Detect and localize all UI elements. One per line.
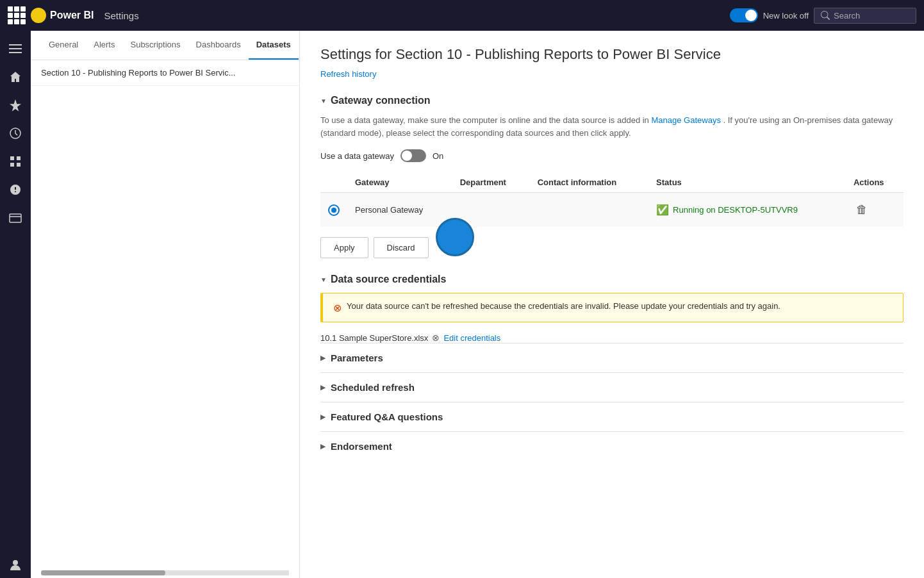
table-col-status: Status bbox=[648, 172, 846, 193]
gateway-section: ▼ Gateway connection To use a data gatew… bbox=[320, 95, 903, 258]
gateway-section-title: Gateway connection bbox=[331, 95, 431, 106]
scrollbar-thumb[interactable] bbox=[41, 570, 165, 575]
sidebar-item-favorites[interactable] bbox=[3, 92, 28, 118]
file-name: 10.1 Sample SuperStore.xlsx bbox=[320, 333, 428, 343]
page-title: Settings for Section 10 - Publishing Rep… bbox=[320, 46, 903, 63]
layout: General Alerts Subscriptions Dashboards … bbox=[0, 31, 924, 578]
discard-button[interactable]: Discard bbox=[374, 237, 429, 258]
svg-rect-8 bbox=[17, 163, 21, 167]
table-row: Personal Gateway ✅ Running on DESKTOP-5U… bbox=[320, 193, 903, 227]
tab-subscriptions[interactable]: Subscriptions bbox=[122, 31, 188, 60]
data-source-section: ▼ Data source credentials ⊗ Your data so… bbox=[320, 274, 903, 343]
table-col-contact: Contact information bbox=[530, 172, 648, 193]
svg-rect-1 bbox=[9, 44, 22, 45]
svg-rect-2 bbox=[9, 48, 22, 49]
gateway-use-toggle[interactable] bbox=[400, 149, 426, 162]
status-text: Running on DESKTOP-5UTVVR9 bbox=[673, 205, 798, 215]
svg-point-0 bbox=[35, 12, 42, 19]
apply-button[interactable]: Apply bbox=[320, 237, 368, 258]
featured-qa-title: Featured Q&A questions bbox=[331, 411, 443, 422]
app-logo: Power BI bbox=[31, 8, 94, 23]
page-name: Settings bbox=[104, 10, 138, 21]
tab-dashboards[interactable]: Dashboards bbox=[188, 31, 249, 60]
parameters-section-title: Parameters bbox=[331, 352, 383, 363]
edit-credentials-link[interactable]: Edit credentials bbox=[443, 333, 500, 343]
table-col-department: Department bbox=[452, 172, 530, 193]
table-col-actions: Actions bbox=[846, 172, 903, 193]
sidebar-item-home[interactable] bbox=[3, 64, 28, 90]
refresh-history-link[interactable]: Refresh history bbox=[320, 69, 376, 79]
svg-rect-3 bbox=[9, 52, 22, 53]
logo-icon bbox=[31, 8, 46, 23]
endorsement-title: Endorsement bbox=[331, 441, 392, 452]
endorsement-section: ▶ Endorsement bbox=[320, 431, 903, 461]
table-cell-contact bbox=[530, 193, 648, 227]
table-cell-status: ✅ Running on DESKTOP-5UTVVR9 bbox=[648, 193, 846, 227]
gateway-toggle-knob bbox=[402, 151, 412, 161]
gateway-chevron-icon: ▼ bbox=[320, 97, 327, 104]
sidebar-item-learn[interactable] bbox=[3, 177, 28, 202]
svg-rect-6 bbox=[17, 156, 21, 160]
close-file-icon[interactable]: ⊗ bbox=[432, 333, 440, 343]
endorsement-header[interactable]: ▶ Endorsement bbox=[320, 441, 903, 452]
list-item[interactable]: Section 10 - Publishing Reports to Power… bbox=[31, 60, 299, 86]
featured-qa-header[interactable]: ▶ Featured Q&A questions bbox=[320, 411, 903, 422]
manage-gateways-link[interactable]: Manage Gateways bbox=[651, 115, 720, 125]
svg-rect-9 bbox=[10, 214, 21, 222]
table-cell-department bbox=[452, 193, 530, 227]
sidebar-item-profile[interactable] bbox=[3, 552, 28, 578]
delete-gateway-button[interactable]: 🗑 bbox=[854, 201, 870, 219]
table-cell-radio[interactable] bbox=[320, 193, 347, 227]
search-placeholder: Search bbox=[834, 11, 860, 21]
data-source-chevron-icon: ▼ bbox=[320, 276, 327, 283]
sidebar-item-recent[interactable] bbox=[3, 120, 28, 146]
tabs: General Alerts Subscriptions Dashboards … bbox=[31, 31, 299, 60]
table-col-select bbox=[320, 172, 347, 193]
parameters-section: ▶ Parameters bbox=[320, 343, 903, 372]
new-look-label: New look off bbox=[763, 11, 809, 21]
app-name: Power BI bbox=[50, 10, 94, 21]
featured-qa-section: ▶ Featured Q&A questions bbox=[320, 402, 903, 431]
scheduled-refresh-header[interactable]: ▶ Scheduled refresh bbox=[320, 382, 903, 393]
svg-rect-5 bbox=[10, 156, 14, 160]
data-source-section-title: Data source credentials bbox=[331, 274, 447, 285]
main-content: Settings for Section 10 - Publishing Rep… bbox=[300, 31, 924, 578]
menu-icon[interactable] bbox=[8, 6, 26, 24]
tab-datasets[interactable]: Datasets bbox=[249, 31, 299, 60]
credentials-row: 10.1 Sample SuperStore.xlsx ⊗ Edit crede… bbox=[320, 333, 903, 343]
topbar: Power BI Settings New look off Search bbox=[0, 0, 924, 31]
gateway-toggle-label: Use a data gateway bbox=[320, 151, 394, 161]
gateway-description: To use a data gateway, make sure the com… bbox=[320, 114, 903, 139]
table-col-gateway: Gateway bbox=[347, 172, 452, 193]
scheduled-refresh-chevron-icon: ▶ bbox=[320, 384, 326, 391]
data-source-section-header[interactable]: ▼ Data source credentials bbox=[320, 274, 903, 285]
parameters-section-header[interactable]: ▶ Parameters bbox=[320, 352, 903, 363]
sidebar-item-hamburger[interactable] bbox=[3, 36, 28, 62]
table-cell-actions: 🗑 bbox=[846, 193, 903, 227]
scheduled-refresh-section: ▶ Scheduled refresh bbox=[320, 372, 903, 402]
radio-button[interactable] bbox=[328, 204, 340, 216]
search-box[interactable]: Search bbox=[814, 8, 916, 24]
sidebar-item-apps[interactable] bbox=[3, 149, 28, 174]
search-icon bbox=[821, 11, 830, 20]
new-look-toggle-area: New look off bbox=[730, 8, 809, 22]
table-cell-gateway-name: Personal Gateway bbox=[347, 193, 452, 227]
horizontal-scrollbar[interactable] bbox=[41, 570, 289, 575]
radio-inner bbox=[331, 208, 336, 213]
gateway-toggle-row: Use a data gateway On bbox=[320, 149, 903, 162]
parameters-chevron-icon: ▶ bbox=[320, 354, 326, 361]
gateway-section-header[interactable]: ▼ Gateway connection bbox=[320, 95, 903, 106]
svg-point-10 bbox=[13, 560, 18, 565]
sidebar-item-workspaces[interactable] bbox=[3, 205, 28, 231]
gateway-toggle-state: On bbox=[433, 151, 443, 161]
tab-alerts[interactable]: Alerts bbox=[86, 31, 122, 60]
gateway-table: Gateway Department Contact information S… bbox=[320, 172, 903, 227]
warning-icon: ⊗ bbox=[333, 302, 342, 314]
tab-general[interactable]: General bbox=[41, 31, 86, 60]
scheduled-refresh-title: Scheduled refresh bbox=[331, 382, 415, 393]
endorsement-chevron-icon: ▶ bbox=[320, 443, 326, 450]
featured-qa-chevron-icon: ▶ bbox=[320, 413, 326, 420]
new-look-toggle[interactable] bbox=[730, 8, 758, 22]
sidebar bbox=[0, 31, 31, 578]
dataset-list: Section 10 - Publishing Reports to Power… bbox=[31, 60, 299, 568]
